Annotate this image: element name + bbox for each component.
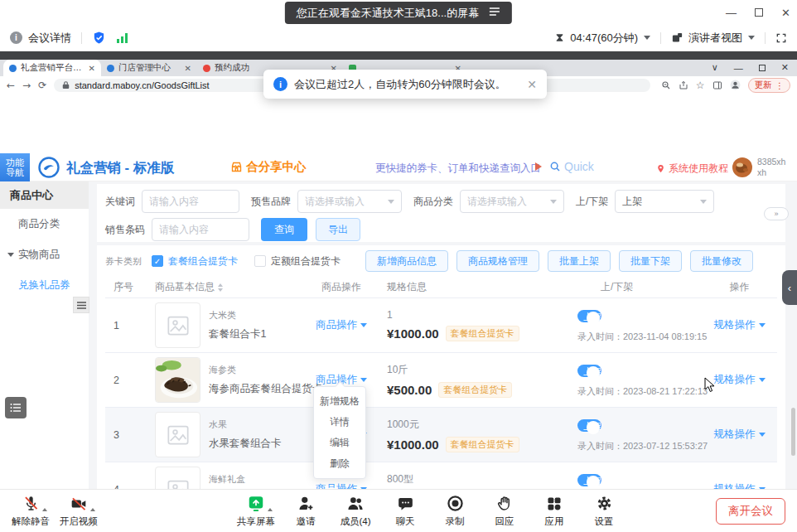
toolbar-settings-button[interactable]: 设置	[583, 493, 625, 528]
toolbar-members-button[interactable]: 成员(4)	[335, 493, 376, 528]
shelf-toggle[interactable]: 上架	[577, 310, 601, 322]
share-center-link[interactable]: 合分享中心	[230, 159, 307, 175]
price-wrap: ¥1000.00套餐组合提货卡	[387, 326, 577, 341]
browser-update-button[interactable]: 更新 ⋮	[748, 78, 791, 93]
spec-action-link[interactable]: 规格操作	[714, 428, 766, 442]
barcode-input[interactable]	[152, 218, 249, 241]
dropdown-item[interactable]: 删除	[314, 453, 365, 474]
toolbar-chat-button[interactable]: 聊天	[384, 493, 426, 528]
user-name[interactable]: 8385xh xh	[757, 157, 785, 178]
category-select[interactable]: 请选择或输入	[460, 190, 564, 213]
tab-close-icon[interactable]: ✕	[89, 64, 95, 73]
tutorial-link[interactable]: 系统使用教程	[656, 162, 728, 176]
list-toolbar-button[interactable]: 批量上架	[548, 250, 611, 272]
caret-up-icon[interactable]	[90, 508, 95, 511]
shelf-toggle[interactable]: 上架	[577, 365, 601, 377]
card-type-checkbox[interactable]: 定额组合提货卡	[254, 254, 341, 268]
sidebar-item[interactable]: 商品分类	[0, 209, 89, 239]
url-text: standard.maboy.cn/GoodsGiftList	[75, 80, 209, 90]
sidebar-section-title[interactable]: 商品中心	[0, 181, 89, 209]
dropdown-item[interactable]: 新增规格	[314, 391, 365, 412]
profile-avatar-icon[interactable]	[730, 80, 741, 90]
side-panel-icon[interactable]	[712, 80, 722, 90]
forward-icon[interactable]: →	[22, 80, 31, 91]
spec-action-link[interactable]: 规格操作	[714, 318, 766, 332]
floating-list-button[interactable]	[5, 397, 27, 418]
keyword-input[interactable]	[142, 190, 239, 213]
fullscreen-icon[interactable]	[775, 32, 787, 44]
caret-up-icon[interactable]	[42, 508, 47, 511]
browser-close-button[interactable]: ✕	[781, 62, 789, 73]
nav-toggle-button[interactable]: 功能 导航	[0, 153, 30, 181]
card-type-checkbox[interactable]: 套餐组合提货卡	[152, 254, 238, 268]
leave-meeting-button[interactable]: 离开会议	[716, 498, 785, 525]
toolbar-invite-button[interactable]: 邀请	[285, 493, 326, 528]
bookmark-star-icon[interactable]: ☆	[696, 80, 705, 91]
hourglass-icon	[554, 32, 565, 44]
checkbox-icon[interactable]	[254, 255, 266, 267]
browser-tab-search-caret-icon[interactable]: ∨	[712, 62, 718, 73]
list-toolbar-button[interactable]: 批量下架	[619, 250, 682, 272]
meeting-details-link[interactable]: 会议详情	[28, 31, 71, 46]
refresh-icon[interactable]: ⟳	[38, 80, 46, 91]
dropdown-item[interactable]: 编辑	[314, 433, 365, 453]
window-minimize-button[interactable]: —	[726, 7, 737, 19]
share-page-icon[interactable]	[679, 80, 688, 90]
zoom-page-icon[interactable]	[661, 80, 671, 90]
user-avatar[interactable]	[732, 157, 752, 180]
shelf-toggle[interactable]: 上架	[577, 419, 601, 432]
shield-check-icon[interactable]	[92, 31, 106, 45]
collapse-filters-button[interactable]: »	[764, 207, 789, 220]
window-close-button[interactable]: ✕	[781, 7, 790, 19]
quick-label: Quick	[564, 160, 594, 173]
page-scrollbar[interactable]	[791, 408, 795, 456]
product-meta: 水果水果套餐组合卡	[209, 418, 282, 451]
product-action-link[interactable]: 商品操作	[316, 318, 367, 332]
sort-icon[interactable]	[218, 283, 223, 292]
category-label: 商品分类	[413, 195, 453, 209]
quick-search-link[interactable]: Quick	[549, 160, 594, 173]
toolbar-apps-button[interactable]: 应用	[534, 493, 575, 528]
list-toolbar-button[interactable]: 商品规格管理	[456, 250, 539, 272]
right-panel-handle[interactable]: ‹	[782, 270, 797, 305]
shelf-toggle[interactable]: 上架	[577, 474, 601, 486]
list-toolbar-button[interactable]: 批量修改	[690, 250, 753, 272]
tab-close-icon[interactable]: ✕	[185, 64, 191, 73]
banner-menu-icon[interactable]	[489, 7, 500, 19]
sidebar-item[interactable]: 实物商品	[0, 239, 89, 270]
toolbar-camera-off-button[interactable]: 开启视频	[58, 493, 99, 528]
toolbar-screen-share-button[interactable]: 共享屏幕	[235, 493, 277, 528]
toolbar-mic-off-button[interactable]: 解除静音	[10, 493, 51, 528]
caret-up-icon[interactable]	[268, 508, 273, 511]
toolbar-record-button[interactable]: 录制	[434, 493, 476, 528]
product-category: 大米类	[209, 309, 266, 322]
brand-select[interactable]: 请选择或输入	[297, 190, 402, 213]
view-mode-selector[interactable]: 演讲者视图	[688, 31, 742, 46]
sidebar-collapse-toggle[interactable]	[73, 297, 89, 313]
spec-action-link[interactable]: 规格操作	[714, 373, 766, 387]
browser-minimize-button[interactable]: —	[734, 63, 743, 73]
spec-cell: 1000元¥1000.00套餐组合提货卡	[379, 418, 577, 452]
browser-tab[interactable]: 礼盒营销平台管理中心✕	[3, 60, 101, 76]
sidebar-item-label: 商品分类	[18, 217, 60, 231]
spec-quantity: 1000元	[387, 418, 577, 432]
toolbar-react-button[interactable]: 回应	[484, 493, 525, 528]
price: ¥1000.00	[387, 438, 439, 452]
entry-time-value: 2023-07-12 15:53:27	[623, 441, 708, 451]
export-button[interactable]: 导出	[316, 218, 360, 241]
search-button[interactable]: 查询	[261, 218, 307, 241]
back-icon[interactable]: ←	[7, 80, 15, 91]
list-toolbar-button[interactable]: 新增商品信息	[365, 250, 448, 272]
view-dropdown-caret-icon[interactable]	[748, 36, 755, 40]
checkbox-checked-icon[interactable]	[152, 255, 163, 267]
browser-maximize-button[interactable]	[759, 65, 766, 71]
network-signal-icon[interactable]	[116, 32, 128, 43]
window-maximize-button[interactable]	[755, 8, 763, 17]
toast-close-icon[interactable]: ✕	[527, 78, 537, 91]
header-info[interactable]: 商品基本信息	[147, 280, 304, 294]
timer-dropdown-caret-icon[interactable]	[644, 36, 650, 40]
shelf-select[interactable]: 上架	[615, 190, 714, 213]
chevron-down-icon	[550, 200, 557, 204]
browser-tab[interactable]: 门店管理中心✕	[101, 60, 197, 76]
dropdown-item[interactable]: 详情	[314, 412, 365, 433]
